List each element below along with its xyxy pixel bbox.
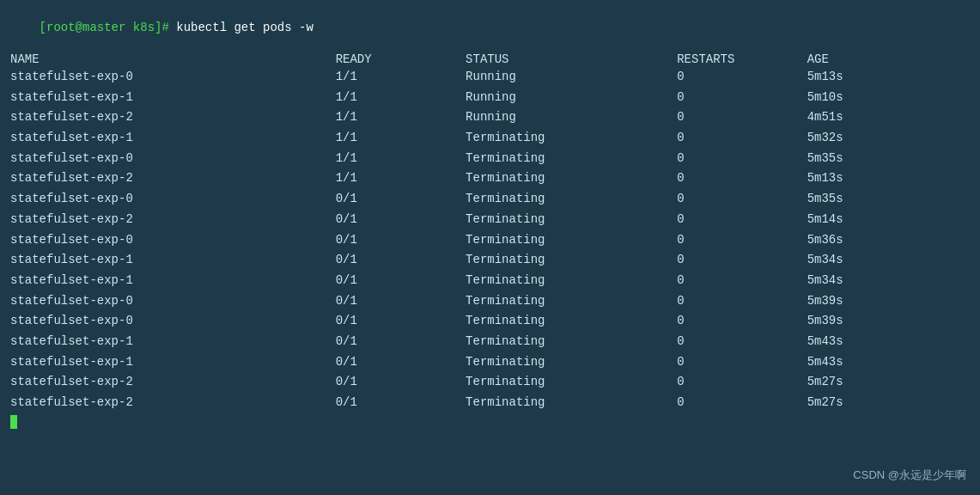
- cell-ready: 0/1: [336, 352, 466, 373]
- table-row: statefulset-exp-2 1/1 Terminating 0 5m13…: [10, 168, 970, 189]
- table-row: statefulset-exp-0 0/1 Terminating 0 5m39…: [10, 311, 970, 332]
- header-status: STATUS: [466, 52, 677, 67]
- cell-restarts: 0: [677, 230, 807, 251]
- cell-ready: 0/1: [336, 189, 466, 210]
- cell-ready: 1/1: [336, 128, 466, 149]
- pods-table: NAME READY STATUS RESTARTS AGE statefuls…: [10, 52, 970, 413]
- cell-restarts: 0: [677, 393, 807, 413]
- cell-restarts: 0: [677, 88, 807, 108]
- cell-restarts: 0: [677, 372, 807, 393]
- table-row: statefulset-exp-2 1/1 Running 0 4m51s: [10, 107, 970, 128]
- cell-name: statefulset-exp-2: [10, 372, 336, 393]
- cell-status: Terminating: [466, 250, 677, 271]
- cursor-line: [10, 415, 970, 429]
- cell-name: statefulset-exp-0: [10, 67, 336, 88]
- cell-ready: 1/1: [336, 88, 466, 108]
- cell-age: 5m13s: [807, 168, 970, 189]
- cell-restarts: 0: [677, 210, 807, 230]
- cell-restarts: 0: [677, 67, 807, 88]
- cell-ready: 0/1: [336, 210, 466, 230]
- cell-name: statefulset-exp-2: [10, 210, 336, 230]
- cell-status: Terminating: [466, 189, 677, 210]
- cell-status: Running: [466, 88, 677, 108]
- cell-ready: 0/1: [336, 311, 466, 332]
- table-body: statefulset-exp-0 1/1 Running 0 5m13s st…: [10, 67, 970, 413]
- cell-status: Terminating: [466, 352, 677, 373]
- cell-age: 5m32s: [807, 128, 970, 149]
- cell-ready: 0/1: [336, 271, 466, 291]
- cell-age: 5m13s: [807, 67, 970, 88]
- cell-status: Terminating: [466, 291, 677, 312]
- cell-status: Terminating: [466, 128, 677, 149]
- table-row: statefulset-exp-2 0/1 Terminating 0 5m14…: [10, 210, 970, 230]
- cell-age: 5m36s: [807, 230, 970, 251]
- cell-age: 5m35s: [807, 149, 970, 169]
- cell-name: statefulset-exp-1: [10, 128, 336, 149]
- cell-restarts: 0: [677, 291, 807, 312]
- cell-restarts: 0: [677, 271, 807, 291]
- cell-age: 4m51s: [807, 107, 970, 128]
- cell-age: 5m27s: [807, 372, 970, 393]
- table-row: statefulset-exp-1 0/1 Terminating 0 5m34…: [10, 271, 970, 291]
- prompt-line: [root@master k8s]# kubectl get pods -w: [10, 7, 970, 48]
- cell-restarts: 0: [677, 352, 807, 373]
- cell-name: statefulset-exp-1: [10, 88, 336, 108]
- table-row: statefulset-exp-2 0/1 Terminating 0 5m27…: [10, 393, 970, 413]
- cell-name: statefulset-exp-0: [10, 291, 336, 312]
- cell-restarts: 0: [677, 189, 807, 210]
- cell-status: Terminating: [466, 210, 677, 230]
- header-restarts: RESTARTS: [677, 52, 807, 67]
- cell-ready: 1/1: [336, 149, 466, 169]
- cell-restarts: 0: [677, 107, 807, 128]
- cell-ready: 1/1: [336, 168, 466, 189]
- table-row: statefulset-exp-1 1/1 Running 0 5m10s: [10, 88, 970, 108]
- cell-age: 5m39s: [807, 291, 970, 312]
- cell-name: statefulset-exp-0: [10, 149, 336, 169]
- cell-name: statefulset-exp-1: [10, 332, 336, 352]
- cell-age: 5m39s: [807, 311, 970, 332]
- cell-age: 5m43s: [807, 352, 970, 373]
- cell-name: statefulset-exp-0: [10, 230, 336, 251]
- watermark: CSDN @永远是少年啊: [853, 468, 966, 483]
- cell-restarts: 0: [677, 332, 807, 352]
- terminal-cursor: [10, 415, 17, 429]
- cell-status: Terminating: [466, 393, 677, 413]
- table-row: statefulset-exp-0 0/1 Terminating 0 5m39…: [10, 291, 970, 312]
- cell-ready: 1/1: [336, 67, 466, 88]
- header-age: AGE: [807, 52, 970, 67]
- prompt-user: [root@master k8s]#: [40, 21, 169, 34]
- table-row: statefulset-exp-1 0/1 Terminating 0 5m34…: [10, 250, 970, 271]
- cell-ready: 0/1: [336, 332, 466, 352]
- table-row: statefulset-exp-1 0/1 Terminating 0 5m43…: [10, 352, 970, 373]
- cell-ready: 0/1: [336, 372, 466, 393]
- table-row: statefulset-exp-0 1/1 Terminating 0 5m35…: [10, 149, 970, 169]
- table-row: statefulset-exp-1 0/1 Terminating 0 5m43…: [10, 332, 970, 352]
- cell-age: 5m27s: [807, 393, 970, 413]
- cell-name: statefulset-exp-2: [10, 168, 336, 189]
- cell-status: Running: [466, 67, 677, 88]
- cell-name: statefulset-exp-0: [10, 311, 336, 332]
- table-row: statefulset-exp-0 0/1 Terminating 0 5m36…: [10, 230, 970, 251]
- cell-restarts: 0: [677, 311, 807, 332]
- header-ready: READY: [336, 52, 466, 67]
- cell-restarts: 0: [677, 149, 807, 169]
- cell-restarts: 0: [677, 168, 807, 189]
- cell-ready: 0/1: [336, 393, 466, 413]
- cell-restarts: 0: [677, 250, 807, 271]
- cell-age: 5m34s: [807, 271, 970, 291]
- cell-status: Terminating: [466, 372, 677, 393]
- cell-name: statefulset-exp-1: [10, 271, 336, 291]
- cell-name: statefulset-exp-1: [10, 352, 336, 373]
- table-header: NAME READY STATUS RESTARTS AGE: [10, 52, 970, 67]
- cell-name: statefulset-exp-0: [10, 189, 336, 210]
- table-row: statefulset-exp-2 0/1 Terminating 0 5m27…: [10, 372, 970, 393]
- cell-status: Terminating: [466, 332, 677, 352]
- cell-age: 5m34s: [807, 250, 970, 271]
- cell-status: Terminating: [466, 168, 677, 189]
- cell-age: 5m43s: [807, 332, 970, 352]
- cell-ready: 1/1: [336, 107, 466, 128]
- cell-status: Terminating: [466, 311, 677, 332]
- cell-ready: 0/1: [336, 250, 466, 271]
- cell-age: 5m35s: [807, 189, 970, 210]
- cell-age: 5m10s: [807, 88, 970, 108]
